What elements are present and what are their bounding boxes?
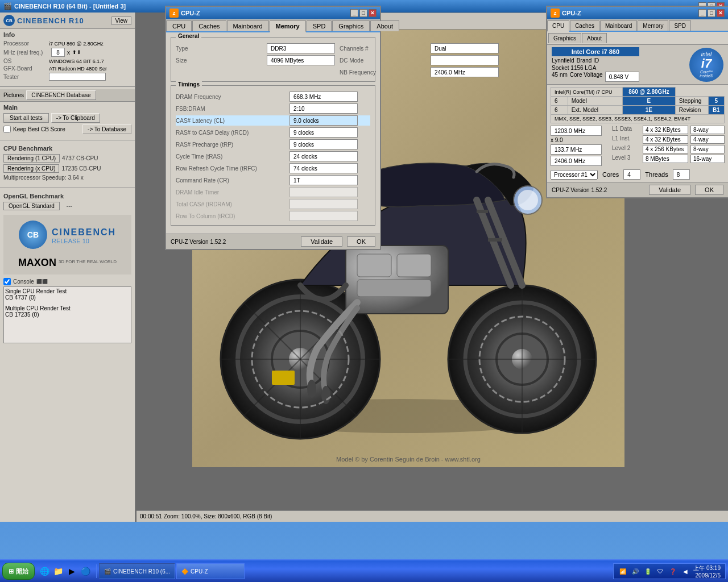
cpuz-close[interactable]: ✕ — [369, 9, 377, 17]
ext-model-label: Ext. Model — [568, 106, 622, 115]
cpuz-maximize[interactable]: □ — [359, 9, 367, 17]
start-all-button[interactable]: Start all tests — [3, 113, 49, 123]
tab-spd[interactable]: SPD — [307, 20, 332, 31]
console-line3 — [5, 301, 130, 305]
copyright-text: Model © by Corentin Seguin de Broin - ww… — [336, 456, 481, 463]
maxon-tagline: 3D FOR THE REAL WORLD — [59, 259, 117, 264]
view-button[interactable]: View — [111, 16, 132, 25]
info-section: Info Processor i7 CPU 860 @ 2.80GHz MHz … — [0, 29, 135, 84]
cpuz2-validate-button[interactable]: Validate — [649, 185, 690, 195]
cpuz-cpu-title: CPU-Z — [562, 10, 581, 16]
console-label: Console — [13, 278, 34, 285]
tab-about[interactable]: About — [370, 20, 399, 31]
main-section: Main Start all tests -> To Clipboard Kee… — [0, 102, 135, 138]
pictures-bar: Pictures CINEBENCH Database — [0, 89, 135, 102]
to-database-button[interactable]: -> To Database — [82, 124, 131, 134]
memory-tab-content: General Type DDR3 Size 4096 MBytes — [166, 32, 380, 234]
l1-data-way: 8-way — [690, 126, 725, 134]
tab2-graphics[interactable]: Graphics — [548, 33, 581, 43]
cpuz-minimize[interactable]: _ — [350, 9, 358, 17]
tab2-memory[interactable]: Memory — [638, 20, 668, 31]
tab-mainboard[interactable]: Mainboard — [227, 20, 269, 31]
cpuz2-close[interactable]: ✕ — [717, 9, 725, 17]
tab2-spd[interactable]: SPD — [669, 20, 691, 31]
svg-rect-28 — [272, 371, 295, 385]
mhz-label: MHz (real freq.) — [3, 49, 49, 56]
ok-button[interactable]: OK — [347, 236, 375, 247]
codename: Lynnfield — [552, 57, 574, 64]
cpuz2-footer: CPU-Z Version 1.52.2 Validate OK — [547, 182, 728, 197]
cpuz2-maximize[interactable]: □ — [708, 9, 715, 17]
cpuz2-ok-button[interactable]: OK — [695, 185, 723, 195]
dc-mode-value — [431, 55, 499, 65]
start-button[interactable]: ⊞ 開始 — [2, 563, 35, 580]
ql-folder-icon[interactable]: 📁 — [52, 565, 64, 577]
rendering-xcpu-button[interactable]: Rendering (x CPU) — [3, 164, 59, 173]
tab2-mainboard[interactable]: Mainboard — [600, 20, 637, 31]
x-label: x 9.0 — [551, 137, 563, 143]
cpuz-title: CPU-Z — [181, 10, 200, 16]
cpuz-cpu-titlebar: Z CPU-Z _ □ ✕ — [547, 7, 728, 19]
tab-memory[interactable]: Memory — [270, 20, 306, 32]
tray-battery-icon: 🔋 — [643, 567, 652, 576]
multi-score: 17235 CB-CPU — [61, 165, 101, 172]
cpuz-cpu-window: Z CPU-Z _ □ ✕ CPU Caches Mainboard Memor… — [546, 6, 728, 198]
tab-caches[interactable]: Caches — [192, 20, 226, 31]
status-text: 00:00:51 Zoom: 100.0%, Size: 800x600, RG… — [140, 513, 272, 519]
tray-volume-icon: 🔊 — [631, 567, 640, 576]
tab2-about[interactable]: About — [582, 33, 607, 43]
tab2-cpu[interactable]: CPU — [547, 20, 569, 32]
cas-value: 9.0 clocks — [289, 115, 358, 126]
processor-label: Processor — [3, 40, 49, 47]
os-label: OS — [3, 58, 49, 64]
svg-point-20 — [307, 380, 316, 398]
tab-graphics[interactable]: Graphics — [332, 20, 370, 31]
general-group: General Type DDR3 Size 4096 MBytes — [171, 37, 375, 82]
dram-freq-label: DRAM Frequency — [176, 94, 289, 100]
l3-val: 8 MBytes — [643, 155, 688, 163]
cpuz-memory-titlebar: Z CPU-Z _ □ ✕ — [166, 7, 380, 19]
rendering-1cpu-button[interactable]: Rendering (1 CPU) — [3, 154, 60, 163]
tab2-caches[interactable]: Caches — [570, 20, 599, 31]
console-line5: CB 17235 (0) — [5, 311, 130, 318]
maxon-text: MAXON — [18, 257, 56, 269]
keep-best-checkbox[interactable] — [3, 126, 11, 133]
opengl-button[interactable]: OpenGL Standard — [3, 202, 60, 210]
tray-arrow-icon[interactable]: ◀ — [681, 567, 690, 576]
processor-selector[interactable]: Processor #1 — [551, 170, 598, 180]
cinebench-db-button[interactable]: CINEBENCH Database — [26, 90, 96, 100]
gfxboard-value: ATI Radeon HD 4800 Ser — [49, 66, 131, 72]
ql-ie-icon[interactable]: 🌐 — [38, 565, 51, 577]
cycle-value: 24 clocks — [289, 151, 358, 161]
validate-button[interactable]: Validate — [301, 236, 342, 247]
l3-label: Level 3 — [612, 155, 640, 163]
info-title: Info — [3, 31, 131, 38]
status-bar: 00:00:51 Zoom: 100.0%, Size: 800x600, RG… — [136, 510, 728, 522]
taskbar-separator — [96, 564, 97, 578]
fsb-dram-value: 2:10 — [289, 103, 358, 114]
timings-group: Timings DRAM Frequency 668.3 MHz FSB:DRA… — [171, 85, 375, 226]
console-line4: Multiple CPU Render Test — [5, 305, 130, 311]
tester-input[interactable] — [49, 73, 106, 81]
svg-rect-18 — [397, 254, 431, 277]
cpuz2-minimize[interactable]: _ — [698, 9, 706, 17]
taskbar-cinebench-btn[interactable]: 🎬 CINEBENCH R10 (6... — [99, 563, 175, 579]
cores-value: 4 — [623, 169, 640, 180]
intel-logo-circle: intel i7 Core™ inside® — [689, 48, 723, 82]
l1-inst-label: L1 Inst. — [612, 135, 640, 144]
mhz-input[interactable] — [51, 48, 65, 57]
to-clipboard-button[interactable]: -> To Clipboard — [51, 113, 100, 123]
tab-cpu[interactable]: CPU — [166, 20, 192, 31]
taskbar-cpuz-btn[interactable]: 🔶 CPU-Z — [176, 563, 245, 579]
console-checkbox[interactable] — [3, 278, 11, 285]
mhz-spinbox: ⬆⬇ — [72, 49, 81, 55]
dc-mode-label: DC Mode — [340, 57, 431, 64]
cpu-specs-section: Intel(R) Core(TM) i7 CPU 860 @ 2.80GHz 6… — [547, 85, 728, 182]
row-refresh-label: Row Refresh Cycle Time (tRFC) — [176, 165, 289, 172]
ql-media-icon[interactable]: ▶ — [65, 565, 78, 577]
revision-val: B1 — [708, 106, 724, 115]
ql-network-icon[interactable]: 🔵 — [79, 565, 92, 577]
cpu-benchmark-section: CPU Benchmark Rendering (1 CPU) 4737 CB-… — [0, 143, 135, 185]
single-score: 4737 CB-CPU — [62, 155, 98, 161]
model-label: Model — [568, 97, 622, 106]
